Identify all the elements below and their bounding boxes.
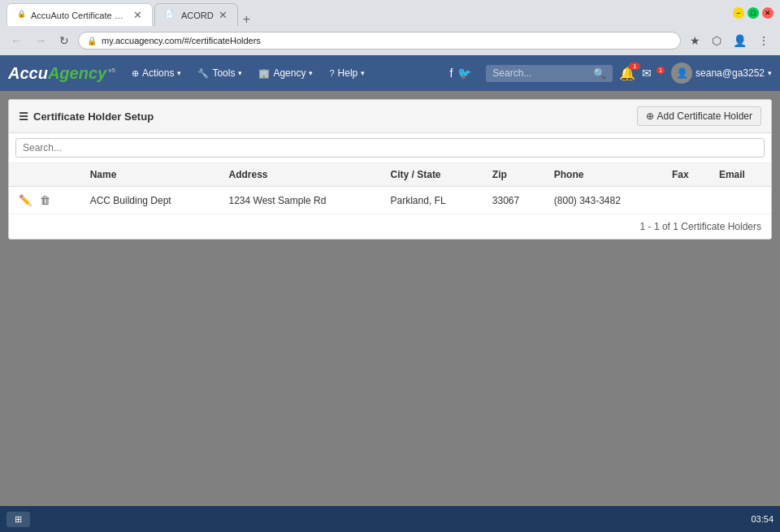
messages-badge: 1 <box>656 67 665 74</box>
row-zip: 33067 <box>484 187 546 214</box>
row-city-state: Parkland, FL <box>383 187 484 214</box>
window-controls: − □ ✕ <box>733 7 774 19</box>
notifications-badge: 1 <box>629 63 640 70</box>
social-icons: f 🐦 <box>449 67 471 80</box>
logo-version: v5 <box>108 67 115 74</box>
actions-caret: ▾ <box>177 69 181 77</box>
profile-button[interactable]: 👤 <box>729 32 751 49</box>
search-row <box>9 133 771 163</box>
nav-item-tools[interactable]: 🔧 Tools ▾ <box>189 55 250 91</box>
menu-button[interactable]: ⋮ <box>754 32 774 49</box>
app-header: AccuAgencyv5 ⊕ Actions ▾ 🔧 Tools ▾ 🏢 Age… <box>0 55 780 91</box>
actions-icon: ⊕ <box>132 68 139 79</box>
url-bar[interactable]: 🔒 my.accuagency.com/#/certificateHolders <box>78 32 681 50</box>
actions-label: Actions <box>142 67 174 79</box>
tab-close-btn-2[interactable]: ✕ <box>219 9 228 21</box>
user-caret: ▾ <box>768 69 772 77</box>
add-certificate-holder-button[interactable]: ⊕ Add Certificate Holder <box>637 106 761 126</box>
nav-menu: ⊕ Actions ▾ 🔧 Tools ▾ 🏢 Agency ▾ ? Help … <box>124 55 373 91</box>
certificate-holder-card: ☰ Certificate Holder Setup ⊕ Add Certifi… <box>8 99 772 240</box>
add-button-label: Add Certificate Holder <box>657 110 752 122</box>
col-zip: Zip <box>484 163 546 187</box>
logo: AccuAgencyv5 <box>8 64 115 83</box>
refresh-button[interactable]: ↻ <box>55 32 73 49</box>
tab-close-btn[interactable]: ✕ <box>133 9 142 21</box>
help-icon: ? <box>329 68 334 78</box>
tab-favicon-2: 📄 <box>165 10 176 21</box>
help-caret: ▾ <box>361 69 365 77</box>
close-button[interactable]: ✕ <box>762 7 774 19</box>
main-content: ☰ Certificate Holder Setup ⊕ Add Certifi… <box>0 91 780 506</box>
table-header-row: Name Address City / State Zip Phone Fax … <box>9 163 771 187</box>
nav-item-agency[interactable]: 🏢 Agency ▾ <box>250 55 321 91</box>
card-title-text: Certificate Holder Setup <box>33 110 154 123</box>
bookmark-button[interactable]: ★ <box>686 32 704 49</box>
taskbar-start-button[interactable]: ⊞ <box>6 512 30 527</box>
row-name: ACC Building Dept <box>82 187 221 214</box>
messages-button[interactable]: ✉ 1 <box>642 67 665 80</box>
pagination-text: 1 - 1 of 1 Certificate Holders <box>640 221 761 232</box>
nav-item-help[interactable]: ? Help ▾ <box>321 55 373 91</box>
lock-icon: 🔒 <box>87 37 97 45</box>
logo-agency: Agency <box>48 64 106 82</box>
card-title-icon: ☰ <box>19 110 28 123</box>
logo-area: AccuAgencyv5 <box>8 64 115 83</box>
messages-icon: ✉ <box>642 67 652 80</box>
tab-active[interactable]: 🔒 AccuAuto Certificate Holder Set... ✕ <box>6 3 153 26</box>
agency-caret: ▾ <box>309 69 313 77</box>
col-city-state: City / State <box>383 163 484 187</box>
col-address: Address <box>221 163 383 187</box>
nav-search-button[interactable]: 🔍 <box>593 67 606 80</box>
tab-title: AccuAuto Certificate Holder Set... <box>31 11 128 20</box>
notifications-button[interactable]: 🔔1 <box>619 66 635 81</box>
tools-label: Tools <box>212 67 235 79</box>
card-header: ☰ Certificate Holder Setup ⊕ Add Certifi… <box>9 100 771 133</box>
browser-actions: ★ ⬡ 👤 ⋮ <box>686 32 774 49</box>
minimize-button[interactable]: − <box>733 7 744 19</box>
row-address: 1234 West Sample Rd <box>221 187 383 214</box>
avatar: 👤 <box>671 63 692 84</box>
extensions-button[interactable]: ⬡ <box>708 32 726 49</box>
user-profile[interactable]: 👤 seana@ga3252 ▾ <box>671 63 772 84</box>
nav-search-input[interactable] <box>492 67 590 79</box>
tab-title-2: ACORD <box>181 11 214 20</box>
title-bar: 🔒 AccuAuto Certificate Holder Set... ✕ 📄… <box>0 0 780 26</box>
agency-label: Agency <box>273 67 306 79</box>
tab-favicon: 🔒 <box>17 10 26 21</box>
new-tab-button[interactable]: + <box>243 13 250 26</box>
pagination-row: 1 - 1 of 1 Certificate Holders <box>9 214 771 239</box>
taskbar: ⊞ 03:54 <box>0 506 780 532</box>
table-row: ✏️ 🗑 ACC Building Dept 1234 West Sample … <box>9 187 771 214</box>
certificate-holders-table: Name Address City / State Zip Phone Fax … <box>9 163 771 214</box>
url-text: my.accuagency.com/#/certificateHolders <box>102 36 672 45</box>
taskbar-time: 03:54 <box>751 514 774 524</box>
browser-window: 🔒 AccuAuto Certificate Holder Set... ✕ 📄… <box>0 0 780 532</box>
table-container: Name Address City / State Zip Phone Fax … <box>9 133 771 239</box>
forward-button[interactable]: → <box>31 32 50 49</box>
maximize-button[interactable]: □ <box>748 7 759 19</box>
row-email <box>711 187 771 214</box>
nav-item-actions[interactable]: ⊕ Actions ▾ <box>124 55 189 91</box>
delete-button[interactable]: 🗑 <box>38 192 52 208</box>
card-title: ☰ Certificate Holder Setup <box>19 110 154 123</box>
user-name: seana@ga3252 <box>696 67 765 79</box>
tools-icon: 🔧 <box>197 68 209 79</box>
nav-search-bar[interactable]: 🔍 <box>486 65 613 82</box>
col-actions <box>9 163 82 187</box>
back-button[interactable]: ← <box>6 32 26 49</box>
row-fax <box>664 187 711 214</box>
facebook-icon[interactable]: f <box>449 67 453 80</box>
tools-caret: ▾ <box>238 69 242 77</box>
col-email: Email <box>711 163 771 187</box>
tab-inactive[interactable]: 📄 ACORD ✕ <box>154 3 238 26</box>
col-phone: Phone <box>546 163 664 187</box>
col-fax: Fax <box>664 163 711 187</box>
help-label: Help <box>338 67 358 79</box>
agency-icon: 🏢 <box>258 68 270 79</box>
edit-button[interactable]: ✏️ <box>17 192 33 208</box>
logo-accu: Accu <box>8 64 48 82</box>
twitter-icon[interactable]: 🐦 <box>457 67 471 80</box>
table-search-input[interactable] <box>15 138 765 158</box>
add-icon: ⊕ <box>646 110 654 122</box>
col-name: Name <box>82 163 221 187</box>
